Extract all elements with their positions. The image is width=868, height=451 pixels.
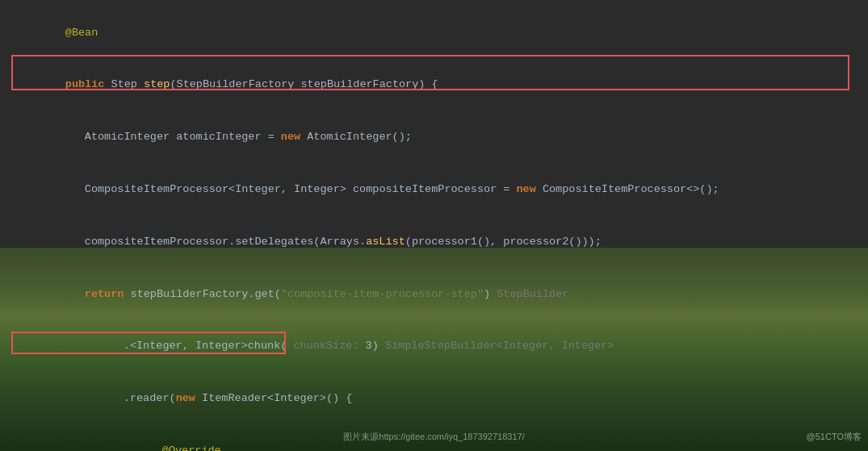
kw-public: public [65,78,111,90]
code-area: @Bean public Step step(StepBuilderFactor… [0,0,868,451]
code-line-6: return stepBuilderFactory.get("composite… [0,268,868,320]
code-line-8: .reader(new ItemReader<Integer>() { [0,372,868,424]
code-line-2: public Step step(StepBuilderFactory step… [0,59,868,111]
method-step: step [144,78,170,90]
type-step: Step [111,78,145,90]
code-container: @Bean public Step step(StepBuilderFactor… [0,0,868,451]
code-line-1: @Bean [0,6,868,59]
code-line-7: .<Integer, Integer>chunk( chunkSize: 3) … [0,320,868,373]
code-line-4: CompositeItemProcessor<Integer, Integer>… [0,163,868,215]
annotation-bean: @Bean [65,27,99,39]
watermark-site: @51CTO博客 [807,430,862,445]
type-sbf: StepBuilderFactory [177,78,301,90]
watermark-logo: 图片来源https://gitee.com/iyq_187392718317/ [343,430,524,445]
code-line-5: compositeItemProcessor.setDelegates(Arra… [0,215,868,268]
code-line-3: AtomicInteger atomicInteger = new Atomic… [0,111,868,164]
